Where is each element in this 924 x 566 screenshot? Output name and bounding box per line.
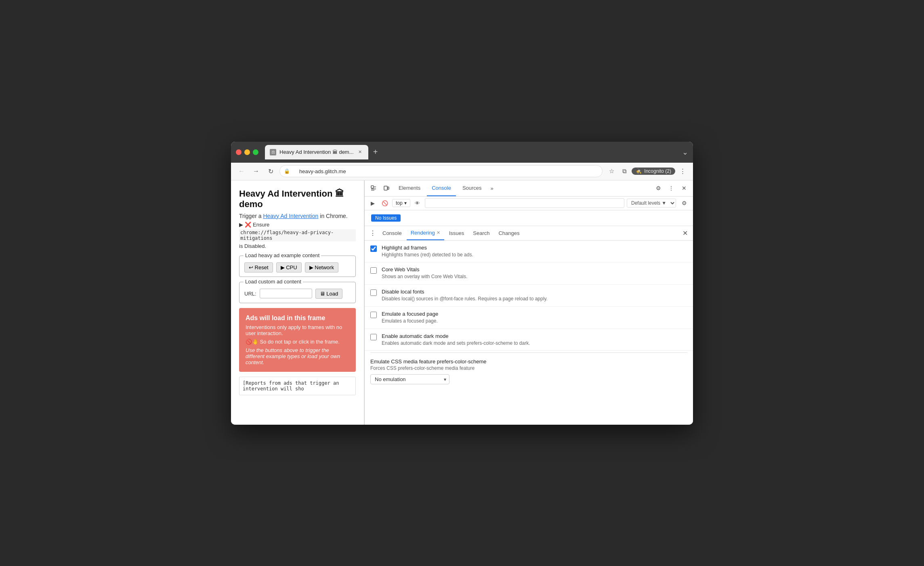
active-tab[interactable]: ⚖ Heavy Ad Intervention 🏛 dem... ✕ — [265, 145, 368, 159]
rendering-tab-search[interactable]: Search — [469, 226, 494, 240]
disable-local-fonts-title: Disable local fonts — [382, 289, 687, 295]
emulate-focused-page-item: Emulate a focused page Emulates a focuse… — [365, 307, 693, 329]
core-web-vitals-checkbox[interactable] — [370, 267, 377, 274]
svg-rect-5 — [388, 187, 389, 189]
flag-arrow-icon: ▶ — [239, 222, 243, 228]
core-web-vitals-desc: Shows an overlay with Core Web Vitals. — [382, 273, 687, 280]
minimize-traffic-light[interactable] — [244, 149, 250, 155]
back-button[interactable]: ← — [236, 166, 247, 177]
title-bar: ⚖ Heavy Ad Intervention 🏛 dem... ✕ + ⌄ — [231, 142, 693, 163]
ad-frame-text: Interventions only apply to frames with … — [246, 324, 349, 336]
highlight-ad-frames-text: Highlight ad frames Highlights frames (r… — [382, 245, 687, 258]
address-input[interactable]: 🔒 heavy-ads.glitch.me — [279, 165, 603, 177]
console-clear-button[interactable]: 🚫 — [380, 198, 390, 208]
emulate-select-wrapper: No emulation prefers-color-scheme: light… — [370, 374, 449, 384]
disable-local-fonts-item: Disable local fonts Disables local() sou… — [365, 285, 693, 307]
tab-console[interactable]: Console — [427, 180, 456, 197]
console-eye-button[interactable]: 👁 — [413, 198, 422, 208]
rendering-panel-content: Highlight ad frames Highlights frames (r… — [365, 241, 693, 425]
tab-bar: ⚖ Heavy Ad Intervention 🏛 dem... ✕ + — [265, 145, 679, 159]
subtitle-rest: in Chrome. — [320, 213, 347, 219]
core-web-vitals-text: Core Web Vitals Shows an overlay with Co… — [382, 266, 687, 280]
url-row: URL: 🖥 Load — [244, 289, 351, 299]
maximize-traffic-light[interactable] — [253, 149, 258, 155]
heavy-ad-fieldset: Load heavy ad example content ↩ Reset ▶ … — [239, 256, 356, 277]
console-run-button[interactable]: ▶ — [368, 198, 378, 208]
rendering-tab-changes[interactable]: Changes — [494, 226, 523, 240]
device-toolbar-button[interactable] — [381, 182, 392, 194]
core-web-vitals-title: Core Web Vitals — [382, 266, 687, 273]
devtools-more-tabs[interactable]: » — [488, 185, 496, 191]
console-settings-button[interactable]: ⚙ — [678, 197, 690, 209]
console-filter-input[interactable] — [425, 198, 624, 208]
console-log-text: [Reports from ads that trigger an interv… — [243, 380, 339, 392]
tab-sources[interactable]: Sources — [458, 180, 487, 197]
flag-code-text: chrome://flags/heavy-ad-privacy-mitigati… — [239, 229, 356, 241]
cpu-button[interactable]: ▶ CPU — [276, 262, 302, 273]
load-button[interactable]: 🖥 Load — [315, 289, 343, 299]
highlight-ad-frames-item: Highlight ad frames Highlights frames (r… — [365, 241, 693, 263]
close-traffic-light[interactable] — [236, 149, 242, 155]
no-issues-badge: No Issues — [371, 214, 401, 222]
rendering-tab-issues-label: Issues — [449, 230, 464, 236]
emulate-color-scheme-select[interactable]: No emulation prefers-color-scheme: light… — [370, 374, 449, 384]
split-screen-button[interactable]: ⧉ — [619, 166, 630, 177]
rendering-tab-rendering[interactable]: Rendering ✕ — [407, 226, 444, 240]
issues-bar: No Issues — [365, 210, 693, 226]
custom-url-input[interactable] — [260, 289, 312, 298]
disable-local-fonts-text: Disable local fonts Disables local() sou… — [382, 289, 687, 302]
main-content: Heavy Ad Intervention 🏛 demo Trigger a H… — [231, 180, 693, 425]
rendering-tab-issues[interactable]: Issues — [445, 226, 468, 240]
devtools-overflow-button[interactable]: ⋮ — [666, 182, 677, 194]
network-button[interactable]: ▶ Network — [305, 262, 338, 273]
reload-button[interactable]: ↻ — [265, 166, 276, 177]
security-lock-icon: 🔒 — [284, 168, 290, 174]
reset-button[interactable]: ↩ Reset — [244, 262, 273, 273]
rendering-tab-changes-label: Changes — [498, 230, 519, 236]
emulate-focused-page-desc: Emulates a focused page. — [382, 318, 687, 325]
inspect-element-button[interactable] — [368, 182, 379, 194]
heavy-ad-link[interactable]: Heavy Ad Intervention — [263, 213, 318, 219]
disable-local-fonts-checkbox[interactable] — [370, 289, 377, 296]
rendering-tab-close-icon[interactable]: ✕ — [437, 230, 440, 235]
log-level-select[interactable]: Default levels ▼ — [627, 199, 676, 208]
new-tab-button[interactable]: + — [370, 147, 381, 158]
tab-favicon: ⚖ — [270, 149, 276, 155]
forward-button[interactable]: → — [250, 166, 262, 177]
tab-close-button[interactable]: ✕ — [357, 149, 363, 155]
highlight-ad-frames-desc: Highlights frames (red) detected to be a… — [382, 252, 687, 258]
tab-overflow-button[interactable]: ⌄ — [682, 148, 688, 157]
bookmark-button[interactable]: ☆ — [606, 166, 617, 177]
flag-ensure-text: Ensure — [253, 222, 269, 228]
context-label: top — [396, 200, 403, 206]
context-selector[interactable]: top ▾ — [392, 199, 410, 207]
tab-elements-label: Elements — [399, 185, 420, 191]
highlight-ad-frames-checkbox[interactable] — [370, 245, 377, 252]
devtools-close-button[interactable]: ✕ — [678, 182, 690, 194]
tab-sources-label: Sources — [462, 185, 482, 191]
tab-elements[interactable]: Elements — [394, 180, 425, 197]
disable-local-fonts-desc: Disables local() sources in @font-face r… — [382, 296, 687, 302]
devtools-settings-button[interactable]: ⚙ — [653, 182, 664, 194]
panel-options-button[interactable]: ⋮ — [368, 229, 378, 237]
browser-window: ⚖ Heavy Ad Intervention 🏛 dem... ✕ + ⌄ ←… — [231, 142, 693, 425]
custom-ad-fieldset: Load custom ad content URL: 🖥 Load — [239, 282, 356, 303]
custom-ad-legend: Load custom ad content — [244, 279, 303, 285]
url-text: heavy-ads.glitch.me — [299, 168, 346, 174]
ad-frame-title: Ads will load in this frame — [246, 314, 349, 322]
enable-auto-dark-checkbox[interactable] — [370, 334, 377, 340]
emulate-focused-page-checkbox[interactable] — [370, 312, 377, 318]
enable-auto-dark-text: Enable automatic dark mode Enables autom… — [382, 333, 687, 347]
rendering-panel-close-button[interactable]: ✕ — [680, 228, 690, 238]
menu-button[interactable]: ⋮ — [677, 166, 688, 177]
tab-title: Heavy Ad Intervention 🏛 dem... — [279, 149, 354, 155]
rendering-tab-console-label: Console — [382, 230, 402, 236]
flag-x-icon: ❌ — [245, 222, 251, 228]
devtools-header: Elements Console Sources » ⚙ ⋮ ✕ — [365, 180, 693, 197]
url-label: URL: — [244, 291, 256, 297]
flag-disabled-text: is Disabled. — [239, 243, 266, 249]
rendering-tab-console[interactable]: Console — [378, 226, 406, 240]
traffic-lights — [236, 149, 258, 155]
console-toolbar: ▶ 🚫 top ▾ 👁 Default levels ▼ ⚙ — [365, 197, 693, 210]
enable-auto-dark-desc: Enables automatic dark mode and sets pre… — [382, 340, 687, 347]
